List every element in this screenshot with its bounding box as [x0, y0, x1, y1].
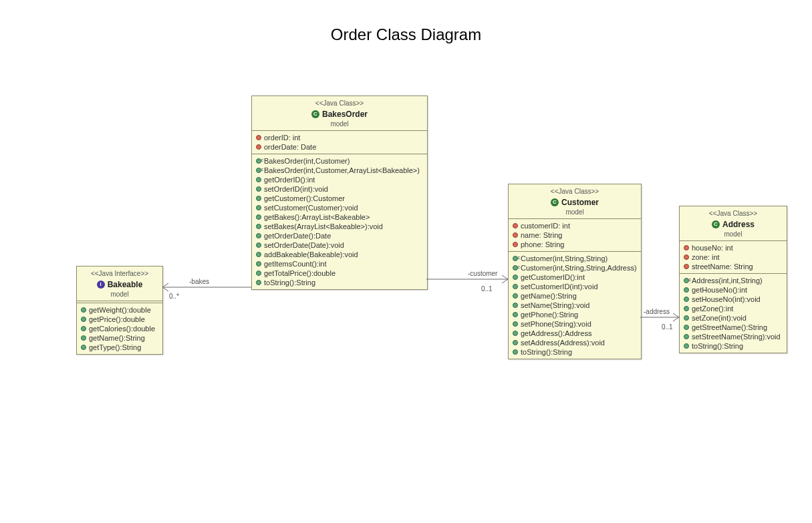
- operation-icon: [684, 297, 689, 302]
- constructor-icon: [256, 168, 261, 173]
- operation-row: getCustomerID():int: [513, 273, 637, 282]
- package-label: model: [81, 290, 158, 299]
- member-text: getName():String: [521, 292, 577, 300]
- operation-icon: [513, 275, 518, 280]
- operation-icon: [684, 343, 689, 349]
- operation-icon: [256, 261, 261, 267]
- stereotype: <<Java Class>>: [256, 99, 423, 108]
- operation-icon: [256, 205, 261, 210]
- member-text: Customer(int,String,String): [521, 254, 607, 263]
- member-text: getHouseNo():int: [692, 286, 747, 294]
- operation-row: getName():String: [513, 291, 637, 301]
- operation-row: BakesOrder(int,Customer): [256, 156, 423, 166]
- class-header: <<Java Interface>> I Bakeable model: [77, 267, 162, 301]
- attribute-icon: [513, 232, 518, 238]
- member-text: getType():String: [89, 343, 141, 351]
- member-text: toString():String: [264, 279, 315, 287]
- attribute-icon: [684, 264, 689, 269]
- assoc-label-bakes: -bakes: [189, 278, 209, 285]
- attribute-icon: [684, 245, 689, 250]
- member-text: setCustomerID(int):void: [521, 283, 598, 291]
- operation-row: getItemsCount():int: [256, 259, 423, 269]
- operation-icon: [256, 271, 261, 276]
- operation-row: setCustomerID(int):void: [513, 282, 637, 291]
- operation-icon: [256, 186, 261, 192]
- attribute-icon: [684, 254, 689, 260]
- operation-icon: [684, 334, 689, 339]
- class-address: <<Java Class>> C Address model houseNo: …: [679, 206, 787, 353]
- operation-icon: [513, 303, 518, 308]
- package-label: model: [684, 230, 783, 239]
- attribute-row: orderID: int: [256, 133, 423, 142]
- operation-row: getTotalPrice():double: [256, 269, 423, 278]
- attribute-row: phone: String: [513, 240, 637, 249]
- attribute-row: customerID: int: [513, 221, 637, 230]
- class-bakeable: <<Java Interface>> I Bakeable model getW…: [76, 266, 163, 355]
- operation-icon: [256, 177, 261, 182]
- operation-icon: [256, 280, 261, 285]
- operation-row: setOrderDate(Date):void: [256, 240, 423, 250]
- op-section: Customer(int,String,String)Customer(int,…: [509, 252, 641, 359]
- attribute-icon: [513, 223, 518, 228]
- class-header: <<Java Class>> C Address model: [680, 206, 787, 241]
- member-text: setOrderID(int):void: [264, 185, 328, 193]
- operation-icon: [684, 287, 689, 293]
- member-text: zone: int: [692, 253, 720, 261]
- operation-row: setCustomer(Customer):void: [256, 203, 423, 212]
- operation-row: getStreetName():String: [684, 323, 783, 332]
- operation-row: setStreetName(String):void: [684, 332, 783, 341]
- member-text: setOrderDate(Date):void: [264, 241, 344, 249]
- operation-icon: [513, 293, 518, 299]
- operation-icon: [81, 345, 86, 350]
- member-text: orderID: int: [264, 134, 300, 142]
- operation-row: toString():String: [256, 278, 423, 287]
- member-text: setAddress(Address):void: [521, 339, 605, 347]
- operation-row: setName(String):void: [513, 301, 637, 310]
- attr-section: customerID: intname: Stringphone: String: [509, 219, 641, 252]
- class-customer: <<Java Class>> C Customer model customer…: [508, 184, 642, 359]
- member-text: getAddress():Address: [521, 329, 591, 337]
- class-bakesorder: <<Java Class>> C BakesOrder model orderI…: [251, 96, 428, 290]
- operation-icon: [81, 307, 86, 313]
- operation-icon: [256, 214, 261, 220]
- operation-row: setHouseNo(int):void: [684, 295, 783, 304]
- operation-row: toString():String: [684, 341, 783, 351]
- package-label: model: [513, 208, 637, 217]
- op-section: Address(int,int,String)getHouseNo():ints…: [680, 274, 787, 353]
- operation-row: getCustomer():Customer: [256, 194, 423, 203]
- constructor-icon: [513, 265, 518, 271]
- operation-icon: [256, 224, 261, 229]
- package-label: model: [256, 120, 423, 129]
- class-header: <<Java Class>> C BakesOrder model: [252, 96, 427, 131]
- operation-row: getCalories():double: [81, 324, 158, 333]
- member-text: orderDate: Date: [264, 143, 316, 151]
- member-text: Address(int,int,String): [692, 277, 763, 285]
- member-text: toString():String: [692, 342, 743, 350]
- operation-row: getBakes():ArrayList<Bakeable>: [256, 212, 423, 222]
- attribute-row: zone: int: [684, 252, 783, 262]
- operation-row: addBakeable(Bakeable):void: [256, 250, 423, 259]
- member-text: setStreetName(String):void: [692, 333, 781, 341]
- operation-icon: [684, 315, 689, 321]
- operation-icon: [684, 325, 689, 330]
- diagram-title: Order Class Diagram: [0, 25, 812, 44]
- member-text: getBakes():ArrayList<Bakeable>: [264, 213, 370, 221]
- member-text: getName():String: [89, 334, 145, 342]
- constructor-icon: [684, 278, 689, 283]
- member-text: getTotalPrice():double: [264, 269, 335, 277]
- attribute-row: orderDate: Date: [256, 142, 423, 152]
- member-text: addBakeable(Bakeable):void: [264, 250, 358, 258]
- operation-row: setOrderID(int):void: [256, 184, 423, 194]
- class-name-text: Customer: [561, 197, 599, 208]
- member-text: getPrice():double: [89, 315, 145, 323]
- member-text: getCustomer():Customer: [264, 194, 345, 202]
- operation-row: getZone():int: [684, 304, 783, 313]
- member-text: houseNo: int: [692, 244, 733, 252]
- operation-icon: [513, 340, 518, 345]
- operation-row: Customer(int,String,String): [513, 254, 637, 263]
- operation-icon: [684, 306, 689, 311]
- operation-row: setAddress(Address):void: [513, 338, 637, 347]
- constructor-icon: [513, 256, 518, 261]
- mult-label-address: 0..1: [662, 323, 673, 331]
- attribute-icon: [513, 242, 518, 247]
